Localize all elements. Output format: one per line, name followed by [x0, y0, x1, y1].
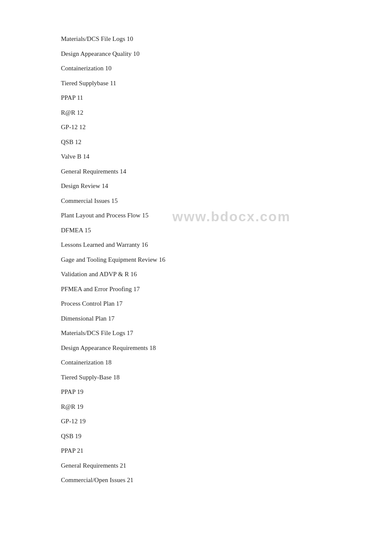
toc-item: QSB 19	[61, 431, 331, 441]
toc-item: GP-12 12	[61, 122, 331, 132]
toc-item: QSB 12	[61, 137, 331, 147]
toc-item: Containerization 10	[61, 64, 331, 73]
toc-item: PPAP 11	[61, 93, 331, 103]
page-content: Materials/DCS File Logs 10Design Appeara…	[0, 0, 392, 524]
toc-item: Design Appearance Requirements 18	[61, 343, 331, 353]
toc-item: Dimensional Plan 17	[61, 314, 331, 324]
toc-item: Process Control Plan 17	[61, 299, 331, 309]
toc-item: Commercial/Open Issues 21	[61, 475, 331, 485]
toc-item: Materials/DCS File Logs 10	[61, 34, 331, 44]
toc-item: General Requirements 14	[61, 167, 331, 176]
toc-item: Tiered Supply-Base 18	[61, 373, 331, 382]
toc-item: Gage and Tooling Equipment Review 16	[61, 255, 331, 265]
toc-item: DFMEA 15	[61, 225, 331, 235]
toc-item: Containerization 18	[61, 358, 331, 367]
toc-item: Commercial Issues 15	[61, 196, 331, 206]
toc-item: PPAP 19	[61, 387, 331, 397]
toc-item: Materials/DCS File Logs 17	[61, 328, 331, 338]
toc-item: Design Appearance Quality 10	[61, 49, 331, 59]
toc-item: General Requirements 21	[61, 461, 331, 471]
toc-item: Design Review 14	[61, 181, 331, 191]
toc-item: PFMEA and Error Proofing 17	[61, 284, 331, 294]
toc-item: PPAP 21	[61, 446, 331, 456]
toc-item: Plant Layout and Process Flow 15	[61, 211, 331, 220]
toc-item: Valve B 14	[61, 152, 331, 162]
toc-item: GP-12 19	[61, 416, 331, 426]
toc-item: Tiered Supplybase 11	[61, 78, 331, 88]
toc-item: Validation and ADVP & R 16	[61, 269, 331, 279]
toc-item: Lessons Learned and Warranty 16	[61, 240, 331, 250]
toc-item: R@R 12	[61, 108, 331, 118]
toc-item: R@R 19	[61, 402, 331, 412]
